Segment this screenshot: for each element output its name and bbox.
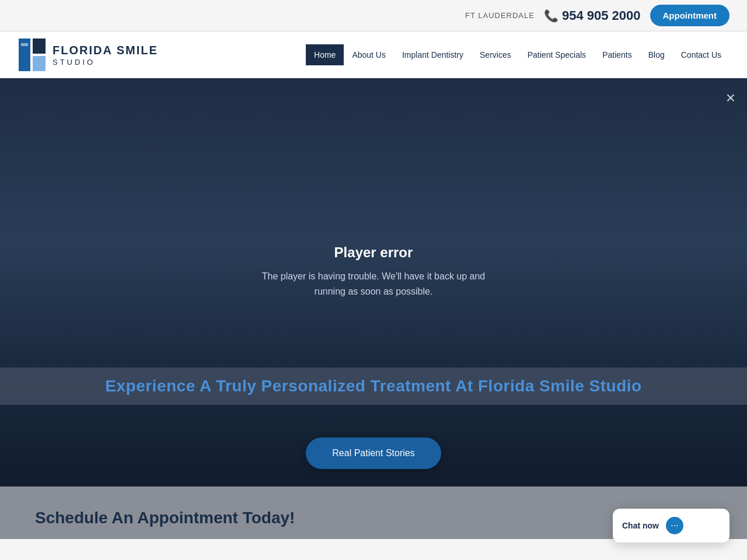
header: FLORIDA SMILE STUDIO Home About Us Impla… bbox=[0, 32, 747, 78]
player-error: Player error The player is having troubl… bbox=[257, 244, 490, 299]
phone-icon: 📞 bbox=[544, 9, 558, 23]
chat-widget[interactable]: Chat now ··· bbox=[613, 509, 729, 542]
cta-button[interactable]: Real Patient Stories bbox=[306, 438, 441, 469]
phone-link[interactable]: 📞 954 905 2000 bbox=[544, 8, 641, 23]
chat-dots-button[interactable]: ··· bbox=[666, 517, 683, 534]
nav-item-contact[interactable]: Contact Us bbox=[673, 44, 729, 65]
location-label: FT LAUDERDALE bbox=[465, 11, 535, 20]
close-button[interactable]: × bbox=[726, 90, 735, 106]
player-error-message: The player is having trouble. We'll have… bbox=[257, 269, 490, 299]
nav-item-implant[interactable]: Implant Dentistry bbox=[394, 44, 472, 65]
logo: FLORIDA SMILE STUDIO bbox=[18, 37, 158, 72]
hero-section: × Player error The player is having trou… bbox=[0, 78, 747, 487]
nav-item-patients[interactable]: Patients bbox=[594, 44, 640, 65]
logo-main-text: FLORIDA SMILE bbox=[53, 44, 158, 57]
top-bar: FT LAUDERDALE 📞 954 905 2000 Appointment bbox=[0, 0, 747, 32]
player-error-title: Player error bbox=[257, 244, 490, 261]
hero-headline: Experience A Truly Personalized Treatmen… bbox=[0, 377, 747, 396]
logo-text: FLORIDA SMILE STUDIO bbox=[53, 44, 158, 66]
nav-item-about[interactable]: About Us bbox=[344, 44, 394, 65]
hero-text-strip: Experience A Truly Personalized Treatmen… bbox=[0, 368, 747, 405]
phone-number: 954 905 2000 bbox=[562, 8, 641, 23]
chat-label: Chat now bbox=[622, 521, 659, 530]
svg-rect-1 bbox=[33, 38, 46, 54]
main-nav: Home About Us Implant Dentistry Services… bbox=[306, 44, 729, 65]
hero-cta-area: Real Patient Stories bbox=[0, 438, 747, 469]
svg-rect-2 bbox=[33, 56, 46, 71]
appointment-button[interactable]: Appointment bbox=[650, 5, 729, 26]
nav-item-specials[interactable]: Patient Specials bbox=[519, 44, 594, 65]
logo-sub-text: STUDIO bbox=[53, 58, 158, 66]
logo-icon bbox=[18, 37, 47, 72]
nav-item-home[interactable]: Home bbox=[306, 44, 344, 65]
nav-item-blog[interactable]: Blog bbox=[640, 44, 673, 65]
nav-item-services[interactable]: Services bbox=[472, 44, 519, 65]
schedule-label: Schedule An Appointment Today! bbox=[35, 509, 295, 527]
svg-rect-3 bbox=[21, 43, 28, 46]
